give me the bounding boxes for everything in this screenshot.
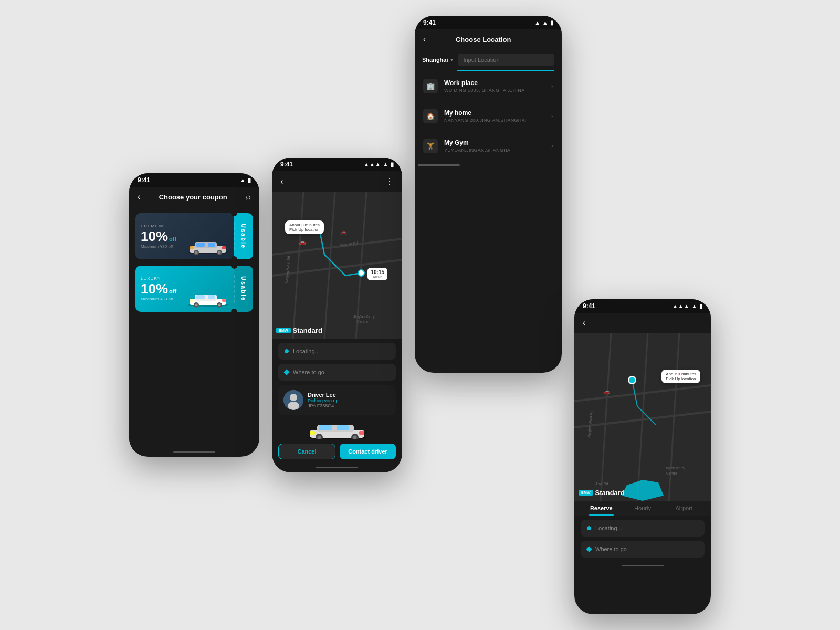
driver-panel: Driver Lee Picking you up JPA F338G4: [278, 385, 396, 415]
svg-rect-42: [319, 425, 332, 430]
svg-point-19: [218, 304, 221, 307]
location-input[interactable]: [458, 54, 554, 66]
where-bar-driver[interactable]: Where to go: [278, 364, 396, 381]
cancel-button[interactable]: Cancel: [278, 444, 335, 459]
location-list: 🏢 Work place WU DING 1003, SHANGHAI,CHIN…: [415, 71, 562, 161]
arrive-bubble: 10:15 Arrive: [368, 268, 387, 280]
time-3: 9:41: [423, 19, 436, 26]
status-icons-1: ▲ ▮: [240, 177, 251, 184]
pickup-bubble-driver: About 3 minutes Pick Up location: [285, 220, 324, 234]
location-item-home[interactable]: 🏠 My home NANYANG 200,JING AN,SHANGHAI ›: [415, 101, 562, 131]
work-arrow: ›: [551, 82, 553, 90]
home-name: My home: [444, 109, 545, 117]
battery-icon: ▮: [248, 177, 251, 184]
car-image-premium: [187, 237, 229, 255]
service-type-driver: Standard: [293, 327, 322, 334]
time-4: 9:41: [583, 302, 595, 310]
coupon-tag-premium: Premium: [141, 224, 229, 228]
more-button[interactable]: ⋮: [385, 176, 394, 186]
coupon-off-premium: off: [169, 236, 176, 242]
back-button-3[interactable]: ‹: [423, 35, 426, 44]
battery-icon-2: ▮: [391, 161, 394, 168]
svg-rect-48: [310, 431, 315, 435]
location-search-bar: Shanghai ▼: [415, 49, 562, 70]
coupon-dot-bottom-luxury: [231, 309, 237, 315]
coupon-title: Choose your coupon: [159, 193, 227, 201]
svg-point-37: [290, 394, 297, 401]
home-bar-1: [173, 452, 215, 453]
pickup-text: Pick Up location: [289, 227, 319, 232]
tab-reserve[interactable]: Reserve: [581, 501, 622, 516]
svg-point-38: [288, 402, 299, 410]
contact-driver-button[interactable]: Contact driver: [340, 444, 396, 459]
where-bar-tabs[interactable]: Where to go: [581, 541, 705, 558]
usable-label-luxury: Usable: [240, 276, 247, 301]
home-bar-2: [316, 467, 358, 468]
svg-point-29: [358, 270, 364, 276]
city-selector[interactable]: Shanghai ▼: [422, 57, 454, 63]
where-diamond: [284, 369, 289, 375]
driver-info: Driver Lee Picking you up JPA F338G4: [308, 392, 391, 408]
map-area-driver: 🚗 🚗 Yuyuan Rd Nanjing West Rd Jing'an Ke…: [272, 192, 402, 339]
locating-bar-driver[interactable]: Locating...: [278, 343, 396, 360]
choose-location-title: Choose Location: [456, 36, 511, 44]
locating-dot: [285, 349, 289, 353]
arrive-label: Arrive: [371, 275, 384, 279]
home-indicator-3: [415, 161, 562, 171]
svg-rect-22: [272, 192, 402, 339]
map-svg-tabs: 🚗 🚗 Nanjing West Rd Jing'an Kerry Centre…: [574, 333, 711, 501]
map-area-tabs: 🚗 🚗 Nanjing West Rd Jing'an Kerry Centre…: [574, 333, 711, 501]
gym-info: My Gym YUYUAN,JINGAN,SHANGHAI: [444, 139, 545, 153]
signal-icon: ▲▲▲: [363, 161, 381, 167]
coupon-dot-top-luxury: [231, 262, 237, 269]
usable-label-premium: Usable: [240, 224, 247, 249]
location-header: ‹ Choose Location: [415, 29, 562, 49]
status-bar-3: 9:41 ▲ ▲ ▮: [415, 16, 562, 29]
tab-hourly[interactable]: Hourly: [622, 501, 664, 516]
back-button-1[interactable]: ‹: [138, 192, 140, 202]
status-icons-3: ▲ ▲ ▮: [534, 19, 553, 26]
tab-airport[interactable]: Airport: [663, 501, 705, 516]
svg-rect-9: [190, 246, 194, 249]
svg-rect-15: [208, 295, 215, 299]
phone-choose-location: 9:41 ▲ ▲ ▮ ‹ Choose Location Shanghai ▼: [415, 16, 562, 373]
tab-bar: Reserve Hourly Airport: [574, 501, 711, 516]
svg-rect-3: [196, 243, 205, 247]
home-info: My home NANYANG 200,JING AN,SHANGHAI: [444, 109, 545, 123]
svg-point-45: [318, 436, 321, 439]
coupon-discount-luxury: 10%: [141, 282, 168, 296]
work-info: Work place WU DING 1003, SHANGHAI,CHINA: [444, 79, 545, 93]
svg-rect-21: [222, 299, 226, 302]
back-button-4[interactable]: ‹: [583, 318, 585, 328]
about-text: About: [289, 223, 301, 227]
svg-rect-43: [337, 425, 349, 430]
svg-text:Centre: Centre: [666, 471, 677, 475]
gym-name: My Gym: [444, 139, 545, 146]
driver-avatar: [284, 390, 303, 410]
location-item-gym[interactable]: 🏋 My Gym YUYUAN,JINGAN,SHANGHAI ›: [415, 131, 562, 161]
locating-bar-tabs[interactable]: Locating...: [581, 520, 705, 537]
back-button-2[interactable]: ‹: [280, 177, 283, 186]
svg-point-17: [195, 304, 198, 307]
gym-addr: YUYUAN,JINGAN,SHANGHAI: [444, 148, 545, 153]
location-item-work[interactable]: 🏢 Work place WU DING 1003, SHANGHAI,CHIN…: [415, 71, 562, 101]
svg-text:🚗: 🚗: [603, 387, 611, 395]
bmw-standard-tabs: BMW Standard: [579, 489, 625, 497]
page-wrapper: 9:41 ▲ ▮ ‹ Choose your coupon ⌕ Premium …: [0, 0, 840, 630]
coupon-header: ‹ Choose your coupon ⌕: [129, 187, 259, 207]
svg-text:Anyi Rd: Anyi Rd: [595, 482, 608, 486]
status-bar-1: 9:41 ▲ ▮: [129, 173, 259, 187]
bmw-badge-driver: BMW: [276, 328, 291, 333]
battery-icon-4: ▮: [699, 303, 702, 310]
service-type-tabs: Standard: [595, 489, 625, 497]
phone-map-driver: 9:41 ▲▲▲ ▲ ▮ ‹ ⋮: [272, 158, 402, 472]
map-driver-header: ‹ ⋮: [272, 171, 402, 192]
where-diamond-2: [586, 546, 592, 552]
coupon-card-premium[interactable]: Premium 10% off Maximum ¥30 off: [135, 213, 253, 259]
bmw-standard-driver: BMW Standard: [276, 327, 322, 334]
where-text-tabs: Where to go: [595, 546, 627, 552]
search-button-1[interactable]: ⌕: [246, 192, 251, 202]
svg-rect-10: [222, 246, 226, 249]
home-addr: NANYANG 200,JING AN,SHANGHAI: [444, 118, 545, 123]
coupon-card-luxury[interactable]: Luxury 10% off Maximum ¥30 off: [135, 266, 253, 312]
